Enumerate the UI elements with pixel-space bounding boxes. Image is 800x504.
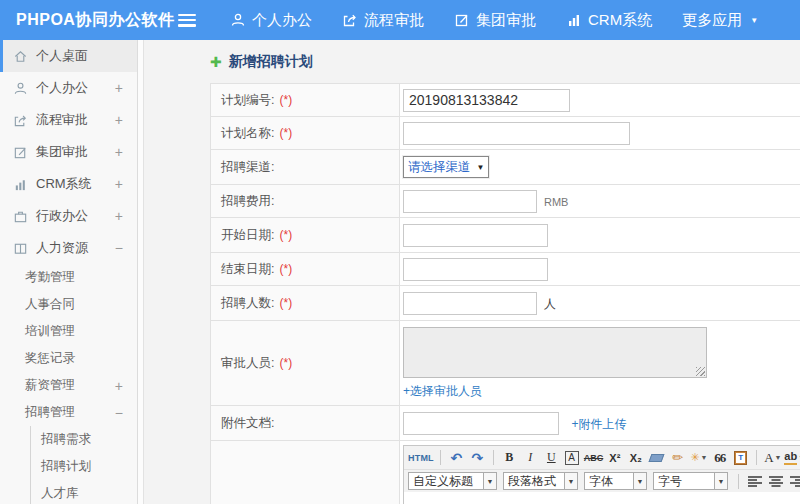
expand-icon[interactable]: + [115,144,123,160]
align-center-icon[interactable] [766,472,785,491]
sidebar-item-salary[interactable]: 薪资管理 + [0,372,137,399]
undo-icon[interactable]: ↶ [447,448,466,467]
expand-icon[interactable]: + [115,80,123,96]
sidebar-item-group-approval[interactable]: 集团审批 + [0,136,137,168]
superscript-button[interactable]: X² [605,448,624,467]
sidebar-item-recruit-mgmt[interactable]: 招聘管理 − [0,399,137,426]
editor-label-cell [211,441,400,504]
subscript-button[interactable]: X₂ [626,448,645,467]
font-size-dropdown[interactable]: 字号 ▼ [653,472,728,490]
font-color-button[interactable]: A▼ [763,448,782,467]
nav-crm-system[interactable]: CRM系统 [566,11,652,30]
nav-group-approval[interactable]: 集团审批 [454,11,536,30]
sidebar-item-hr-contract[interactable]: 人事合同 [0,291,137,318]
expand-icon[interactable]: + [115,112,123,128]
sidebar-label: 考勤管理 [25,269,75,286]
top-nav: 个人办公 流程审批 集团审批 CRM系统 更多应用 ▼ [230,11,758,30]
end-date-input[interactable] [403,258,548,281]
italic-button[interactable]: I [521,448,540,467]
menu-icon[interactable] [178,14,196,27]
bold-button[interactable]: B [500,448,519,467]
sidebar-label: 招聘管理 [25,404,75,421]
sidebar-label: 个人桌面 [36,47,88,65]
chevron-down-icon: ▼ [715,472,728,490]
attachment-upload-link[interactable]: +附件上传 [571,417,626,431]
sidebar-item-recruit-demand[interactable]: 招聘需求 [31,426,137,453]
highlight-color-button[interactable]: ab▼ [784,448,800,467]
sidebar-item-attendance[interactable]: 考勤管理 [0,264,137,291]
eraser-icon[interactable] [647,448,666,467]
sidebar-item-workflow-approval[interactable]: 流程审批 + [0,104,137,136]
nav-label: 流程审批 [364,11,424,30]
sidebar-label: CRM系统 [36,175,92,193]
expand-icon[interactable]: + [115,176,123,192]
underline-button[interactable]: U [542,448,561,467]
boxed-a-button[interactable]: A [565,451,579,465]
nav-label: 个人办公 [252,11,312,30]
sidebar-item-crm[interactable]: CRM系统 + [0,168,137,200]
form-row-plan-no: 计划编号:(*) [211,84,800,117]
channel-select[interactable]: 请选择渠道 ▼ [403,156,489,178]
fee-input[interactable] [403,190,537,213]
approvers-textarea[interactable] [403,327,707,378]
nav-personal-office[interactable]: 个人办公 [230,11,312,30]
app-logo: PHPOA协同办公软件 [0,10,178,31]
sidebar-item-rewards[interactable]: 奖惩记录 [0,345,137,372]
editor-content-area[interactable] [404,492,800,504]
edit-icon [13,145,28,160]
attachment-input[interactable] [403,412,559,435]
chevron-down-icon: ▼ [565,472,578,490]
nav-workflow-approval[interactable]: 流程审批 [342,11,424,30]
blockquote-button[interactable]: 66 [710,448,729,467]
edit-icon [454,12,470,28]
sidebar-item-hr[interactable]: 人力资源 − [0,232,137,264]
required-mark: (*) [279,93,292,107]
heading-dropdown[interactable]: 自定义标题 ▼ [408,472,497,490]
plan-name-input[interactable] [403,122,630,145]
paste-icon[interactable]: T [731,448,750,467]
headcount-unit: 人 [544,297,556,311]
main-content: ✚ 新增招聘计划 计划编号:(*) 计划名称:(*) 招聘渠道: 请选择渠道 ▼ [144,40,800,504]
paragraph-format-dropdown[interactable]: 段落格式 ▼ [503,472,578,490]
expand-icon[interactable]: + [115,208,123,224]
collapse-icon[interactable]: − [115,405,123,421]
brush-icon[interactable]: ✏ [668,448,687,467]
select-approvers-link[interactable]: +选择审批人员 [403,383,800,400]
sidebar-item-recruit-plan[interactable]: 招聘计划 [31,453,137,480]
align-right-icon[interactable] [787,472,800,491]
field-label: 招聘渠道: [221,160,274,174]
form-row-channel: 招聘渠道: 请选择渠道 ▼ [211,150,800,185]
form-row-fee: 招聘费用: RMB [211,185,800,218]
form-row-headcount: 招聘人数:(*) 人 [211,286,800,321]
field-label: 计划名称: [221,126,274,140]
home-icon [13,49,28,64]
sidebar-item-desktop[interactable]: 个人桌面 [0,40,137,72]
sidebar-item-personal-office[interactable]: 个人办公 + [0,72,137,104]
format-painter-icon[interactable]: ✳▼ [689,448,708,467]
sidebar-item-admin-office[interactable]: 行政办公 + [0,200,137,232]
required-mark: (*) [279,296,292,310]
start-date-input[interactable] [403,224,548,247]
person-icon [230,12,246,28]
sidebar-label: 薪资管理 [25,377,75,394]
page-title-text: 新增招聘计划 [229,53,313,71]
strikethrough-button[interactable]: ABC [584,448,604,467]
plan-no-input[interactable] [403,89,570,112]
redo-icon[interactable]: ↷ [468,448,487,467]
html-source-button[interactable]: HTML [408,448,434,467]
headcount-input[interactable] [403,292,537,315]
collapse-icon[interactable]: − [115,240,123,256]
sidebar-label: 培训管理 [25,323,75,340]
sidebar-item-talent-pool[interactable]: 人才库 [31,480,137,504]
nav-label: CRM系统 [588,11,652,30]
sidebar-label: 招聘需求 [41,431,91,448]
sidebar-item-training[interactable]: 培训管理 [0,318,137,345]
align-left-icon[interactable] [745,472,764,491]
bar-chart-icon [13,177,28,192]
required-mark: (*) [279,126,292,140]
sidebar-label: 行政办公 [36,207,88,225]
expand-icon[interactable]: + [115,378,123,394]
sidebar-label: 人力资源 [36,239,88,257]
nav-more-apps[interactable]: 更多应用 ▼ [682,11,758,30]
font-family-dropdown[interactable]: 字体 ▼ [584,472,647,490]
